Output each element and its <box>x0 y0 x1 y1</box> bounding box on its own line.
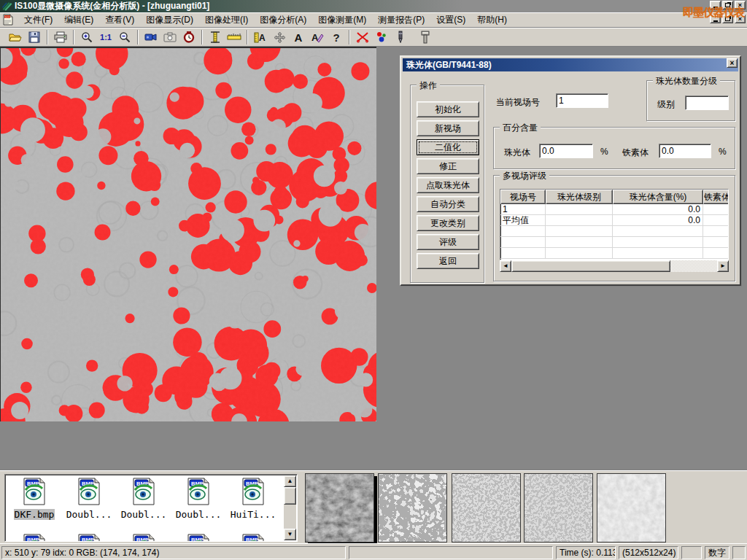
header-ferrite-pct: 铁素体含量(%) <box>703 190 729 204</box>
menu-view[interactable]: 查看(V) <box>99 12 140 28</box>
grade-label: 级别 <box>657 98 675 111</box>
table-empty-row <box>500 237 728 248</box>
file-name: Doubl... <box>66 509 113 520</box>
video-capture-button[interactable] <box>142 29 160 45</box>
title-bar: IS100显微摄像系统(金相分析版) - [zhuguangti01] × <box>0 0 747 12</box>
measure-text-button[interactable]: A <box>251 29 270 45</box>
new-field-button[interactable]: 新视场 <box>417 120 479 136</box>
menu-image-processing[interactable]: 图像处理(I) <box>199 12 254 28</box>
auto-classify-button[interactable]: 自动分类 <box>417 196 479 212</box>
bmp-file-icon <box>129 533 158 542</box>
caliper-button[interactable] <box>206 29 225 45</box>
open-button[interactable] <box>6 29 25 45</box>
vertical-caliper-icon <box>210 31 220 44</box>
thumbnail-4[interactable] <box>524 473 593 542</box>
dialog-title-bar[interactable]: 珠光体(GB/T9441-88) <box>403 58 738 71</box>
rate-button[interactable]: 评级 <box>417 234 479 250</box>
file-item[interactable]: Doubl... <box>117 477 170 520</box>
scroll-up-arrow-icon[interactable]: ▲ <box>284 475 296 487</box>
thumbnail-2[interactable] <box>378 473 447 542</box>
actual-size-button[interactable]: 1:1 <box>96 29 115 45</box>
scroll-down-arrow-icon[interactable]: ▼ <box>284 529 296 540</box>
zoom-in-button[interactable] <box>77 29 96 45</box>
file-item[interactable]: Doubl... <box>63 477 115 520</box>
file-item[interactable] <box>172 533 225 542</box>
rating-table[interactable]: 视场号 珠光体级别 珠光体含量(%) 铁素体含量(%) 1 0.0 平均值 0.… <box>500 189 729 260</box>
bmp-file-icon <box>239 477 268 506</box>
lamp-button[interactable] <box>416 29 435 45</box>
bmp-file-icon <box>20 533 49 542</box>
window-title: IS100显微摄像系统(金相分析版) - [zhuguangti01] <box>15 0 209 12</box>
print-button[interactable] <box>51 29 70 45</box>
current-field-input[interactable]: 1 <box>556 93 608 108</box>
file-item[interactable]: HuiTi... <box>227 477 279 520</box>
thumbnail-3[interactable] <box>452 473 521 542</box>
bmp-file-icon <box>74 533 104 542</box>
video-camera-icon <box>144 32 158 42</box>
scrollbar-thumb[interactable] <box>511 260 670 272</box>
menu-settings[interactable]: 设置(S) <box>430 12 471 28</box>
file-listbox[interactable]: DKF.bmp Doubl... Doubl... Doubl... HuiTi… <box>4 474 298 542</box>
pick-pearlite-button[interactable]: 点取珠光体 <box>417 177 479 193</box>
change-class-button[interactable]: 更改类别 <box>417 215 479 231</box>
menu-help[interactable]: 帮助(H) <box>471 12 513 28</box>
document-icon[interactable]: DOC <box>2 14 14 26</box>
toolbar-separator <box>201 30 203 44</box>
table-horizontal-scrollbar[interactable]: ◄ ► <box>500 260 729 272</box>
scroll-right-arrow-icon[interactable]: ► <box>717 260 729 272</box>
menu-image-measure[interactable]: 图像测量(M) <box>312 12 372 28</box>
percent-group-label: 百分含量 <box>500 122 541 134</box>
menu-file[interactable]: 文件(F) <box>18 12 58 28</box>
table-row[interactable]: 平均值 0.0 <box>500 215 728 226</box>
text-annotate-button[interactable]: A <box>289 29 308 45</box>
dialog-close-button[interactable]: × <box>727 58 738 68</box>
return-button[interactable]: 返回 <box>417 253 479 269</box>
menu-measure-report[interactable]: 测量报告(P) <box>372 12 430 28</box>
actual-size-label: 1:1 <box>100 33 112 42</box>
color-classify-button[interactable] <box>372 29 391 45</box>
file-item[interactable]: Doubl... <box>172 477 225 520</box>
text-style-icon: A <box>311 31 324 43</box>
multifield-group-label: 多视场评级 <box>500 170 549 182</box>
vendor-watermark: 即墨仪器仪表 <box>683 6 744 20</box>
save-button[interactable] <box>25 29 44 45</box>
ferrite-percent-input[interactable]: 0.0 <box>659 144 711 158</box>
svg-text:DOC: DOC <box>5 16 11 19</box>
file-list-scrollbar[interactable]: ▲ ▼ <box>284 475 296 540</box>
pearlite-percent-input[interactable]: 0.0 <box>539 144 593 158</box>
bmp-file-icon <box>184 477 213 506</box>
binarize-button[interactable]: 二值化 <box>417 139 479 155</box>
file-item[interactable] <box>117 533 170 542</box>
zoom-out-button[interactable] <box>115 29 134 45</box>
file-item[interactable] <box>63 533 115 542</box>
thumbnail-5[interactable] <box>597 473 666 542</box>
file-item[interactable] <box>8 533 61 542</box>
micrograph-image[interactable] <box>0 47 376 421</box>
help-button[interactable]: ? <box>327 29 346 45</box>
ruler-button[interactable] <box>225 29 244 45</box>
menu-image-display[interactable]: 图像显示(D) <box>140 12 199 28</box>
table-row[interactable]: 1 0.0 <box>500 204 728 215</box>
file-name: HuiTi... <box>230 509 277 520</box>
initialize-button[interactable]: 初始化 <box>417 101 479 117</box>
grade-input[interactable] <box>685 96 729 110</box>
ruler-text-icon: A <box>254 31 267 43</box>
pan-button[interactable] <box>270 29 289 45</box>
snapshot-button[interactable] <box>160 29 179 45</box>
menu-image-analysis[interactable]: 图像分析(A) <box>254 12 312 28</box>
text-style-button[interactable]: A <box>308 29 327 45</box>
status-image-size: (512x512x24) <box>619 546 678 559</box>
correct-button[interactable]: 修正 <box>417 158 479 174</box>
header-field-no: 视场号 <box>500 190 546 204</box>
menu-edit[interactable]: 编辑(E) <box>58 12 99 28</box>
pen-probe-button[interactable] <box>391 29 410 45</box>
scrollbar-thumb[interactable] <box>284 487 296 505</box>
toolbar: 1:1 <box>0 28 747 47</box>
file-item[interactable] <box>227 533 279 542</box>
thumbnail-1[interactable] <box>305 473 374 542</box>
timer-button[interactable] <box>179 29 198 45</box>
rgb-dots-icon <box>376 31 387 43</box>
file-item[interactable]: DKF.bmp <box>8 477 61 520</box>
delete-measurement-button[interactable] <box>353 29 372 45</box>
scroll-left-arrow-icon[interactable]: ◄ <box>500 260 511 272</box>
